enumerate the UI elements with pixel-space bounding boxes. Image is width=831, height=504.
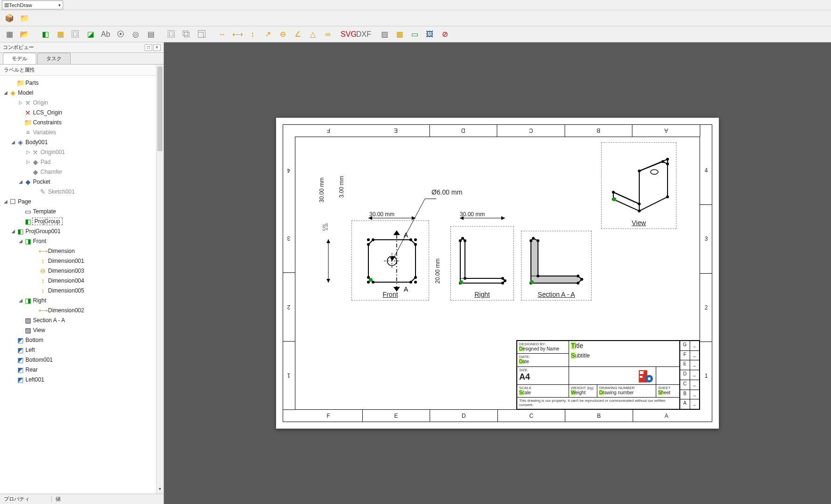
tree-item-dimension001[interactable]: ↕Dimension001 (1, 256, 163, 266)
tb-subtitle[interactable]: Subtitle (571, 352, 677, 359)
view-iso[interactable]: View (601, 142, 676, 229)
clip-group-icon[interactable]: ⿴ (165, 28, 178, 41)
tree-item-projgroup[interactable]: ◧ProjGroup (1, 216, 163, 226)
tab-task[interactable]: タスク (37, 53, 71, 64)
annotation-icon[interactable]: Ab (99, 28, 112, 41)
tb-sheet[interactable]: Sheet (658, 390, 677, 395)
image-icon[interactable]: 🖼 (423, 28, 436, 41)
part-icon[interactable]: 📦 (3, 12, 16, 24)
tree-item-view[interactable]: ▨View (1, 325, 163, 335)
geom-hatch-icon[interactable]: ▩ (393, 28, 406, 41)
tb-weight[interactable]: Weight (571, 390, 595, 395)
tree-item-origin[interactable]: ▷⤧Origin (1, 98, 163, 107)
dim-radius-icon[interactable]: ↗ (261, 28, 274, 41)
tree-item-icon: ◧ (24, 218, 32, 225)
tree-item-section-a-a[interactable]: ▨Section A - A (1, 315, 163, 325)
dim-3pt-angle-icon[interactable]: △ (306, 28, 319, 41)
scrollbar-thumb[interactable] (157, 66, 163, 151)
dim-angle-icon[interactable]: ∠ (291, 28, 304, 41)
dim-link-icon[interactable]: ∞ (321, 28, 334, 41)
clip-icon[interactable]: ◎ (129, 28, 142, 41)
tab-model[interactable]: モデル (3, 53, 36, 64)
view-section[interactable]: Section A - A (521, 231, 592, 301)
svg-point-52 (638, 203, 641, 205)
tree-item-bottom001[interactable]: ◩Bottom001 (1, 355, 163, 365)
export-dxf-icon[interactable]: DXF (357, 28, 370, 41)
export-svg-icon[interactable]: SVG (342, 28, 355, 41)
tree-item-sketch001[interactable]: ✎Sketch001 (1, 187, 163, 196)
tree-item-origin001[interactable]: ▷⤧Origin001 (1, 147, 163, 157)
tree-scrollbar[interactable]: ▴ ▾ (156, 65, 163, 494)
multi-view-icon[interactable]: ▦ (54, 28, 67, 41)
tree-item-chamfer[interactable]: ◆Chamfer (1, 167, 163, 177)
new-page-icon[interactable]: ▦ (3, 28, 16, 41)
svg-point-46 (638, 210, 641, 212)
hatch-icon[interactable]: ▨ (378, 28, 391, 41)
insert-view-icon[interactable]: ◧ (39, 28, 52, 41)
tree-item-body001[interactable]: ◢◈Body001 (1, 137, 163, 147)
tree-item-pad[interactable]: ▷◆Pad (1, 157, 163, 167)
dim-horizontal-icon[interactable]: ⟷ (231, 28, 244, 41)
dim-length-icon[interactable]: ↔ (216, 28, 229, 41)
tree-item-page[interactable]: ◢☐Page (1, 196, 163, 206)
tb-scale[interactable]: Scale (519, 390, 567, 395)
svg-point-41 (580, 278, 583, 281)
tree-item-front[interactable]: ◢◨Front (1, 236, 163, 246)
tree-item-rear[interactable]: ◩Rear (1, 365, 163, 374)
spreadsheet-icon[interactable]: ▤ (144, 28, 157, 41)
remove-icon[interactable]: ⊘ (438, 28, 451, 41)
tree-item-icon: ◆ (24, 178, 32, 186)
panel-undock-icon[interactable]: □ (145, 44, 152, 51)
chevron-down-icon[interactable]: ▾ (156, 486, 163, 494)
tree-item-projgroup001[interactable]: ◢◧ProjGroup001 (1, 226, 163, 236)
title-block[interactable]: DESIGNED BY: Designed by Name Title Subt… (516, 340, 700, 410)
tree-item-label: Model (17, 89, 33, 96)
tb-title[interactable]: Title (571, 342, 677, 350)
svg-point-24 (459, 239, 462, 242)
tree-item-dimension002[interactable]: ⟷Dimension002 (1, 305, 163, 315)
tree-item-dimension[interactable]: ⟷Dimension (1, 246, 163, 256)
panel-close-icon[interactable]: × (153, 44, 161, 51)
svg-point-47 (666, 195, 669, 198)
tb-drawno[interactable]: Drawing number (599, 390, 654, 395)
dim-vertical-icon[interactable]: ↕ (246, 28, 259, 41)
toggle-frame-icon[interactable]: ▭ (408, 28, 421, 41)
drawing-canvas[interactable]: FEDCBA FEDCBA 4321 4321 A A (164, 42, 831, 504)
tree-item-constraints[interactable]: 📁Constraints (1, 117, 163, 127)
section-view-icon[interactable]: ⿴ (69, 28, 82, 41)
tree-item-label: Dimension002 (47, 307, 84, 314)
dim-thickness[interactable]: 3.00 mm (338, 176, 345, 198)
tree-item-lcs-origin[interactable]: ⤧LCS_Origin (1, 107, 163, 117)
tree-item-parts[interactable]: 📁Parts (1, 78, 163, 88)
tree-item-dimension005[interactable]: ↕Dimension005 (1, 285, 163, 295)
tree-item-label: Dimension005 (47, 287, 84, 294)
dim-height[interactable]: 30.00 mm (318, 178, 325, 203)
folder-icon[interactable]: 📁 (18, 12, 31, 24)
clip-remove-icon[interactable]: ⿹ (195, 28, 208, 41)
tree-item-dimension003[interactable]: ⊖Dimension003 (1, 266, 163, 276)
view-section-label: Section A - A (521, 291, 591, 298)
tree-item-model[interactable]: ◢◈Model (1, 88, 163, 98)
svg-point-11 (409, 281, 412, 284)
view-right[interactable]: Right (450, 226, 514, 301)
tree-item-pocket[interactable]: ◢◆Pocket (1, 177, 163, 187)
tree-item-left001[interactable]: ◩Left001 (1, 374, 163, 384)
tree-item-bottom[interactable]: ◩Bottom (1, 335, 163, 345)
workbench-selector[interactable]: ▥ TechDraw ▾ (2, 0, 63, 9)
tree-item-left[interactable]: ◩Left (1, 345, 163, 355)
tb-designed-by[interactable]: Designed by Name (519, 346, 567, 351)
tb-date[interactable]: Date (519, 359, 567, 364)
tree-item-dimension004[interactable]: ↕Dimension004 (1, 276, 163, 285)
open-folder-icon[interactable]: 📂 (18, 28, 31, 41)
proj-group-icon[interactable]: ◪ (84, 28, 97, 41)
tree-item-variables[interactable]: ≡Variables (1, 127, 163, 137)
tree-item-icon: ◧ (16, 228, 24, 235)
clip-add-icon[interactable]: ⿻ (180, 28, 193, 41)
drawing-sheet[interactable]: FEDCBA FEDCBA 4321 4321 A A (276, 118, 719, 429)
tree-item-label: Template (32, 208, 56, 215)
tree-item-right[interactable]: ◢◨Right (1, 295, 163, 305)
symbol-icon[interactable]: ⦿ (114, 28, 127, 41)
tree-item-template[interactable]: ▭Template (1, 206, 163, 216)
dim-diameter-icon[interactable]: ⊖ (276, 28, 289, 41)
tree-view[interactable]: ラベルと属性 📁Parts◢◈Model▷⤧Origin⤧LCS_Origin📁… (0, 64, 163, 494)
